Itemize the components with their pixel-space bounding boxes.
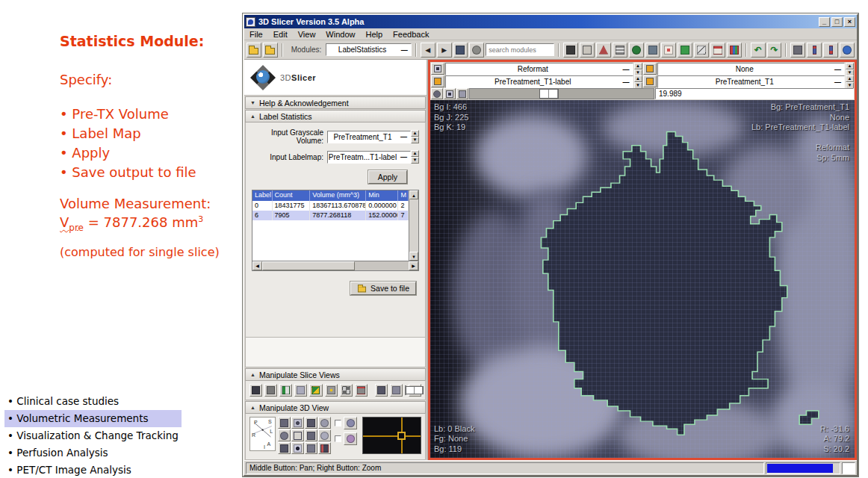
mri-slice-view[interactable]: Bg I: 466Bg J: 225Bg K: 19 Bg: PreTreatm…: [430, 100, 855, 458]
orientation-axes-widget[interactable]: P S L R I A: [249, 417, 276, 451]
apply-button[interactable]: Apply: [368, 170, 407, 184]
redo-button[interactable]: ↷: [767, 43, 782, 58]
nav-item-clinical-case-studies[interactable]: Clinical case studies: [4, 393, 182, 410]
module-history-button[interactable]: [453, 43, 468, 58]
slice-offset-slider[interactable]: [469, 88, 654, 99]
measurements-module-button[interactable]: [710, 43, 725, 58]
labelmap-combobox[interactable]: PreTreatm...T1-label —: [327, 151, 411, 164]
background-spinner[interactable]: ▲▼: [846, 75, 854, 87]
menu-window[interactable]: Window: [320, 29, 360, 40]
pin-up-button[interactable]: [807, 43, 822, 58]
spin-down-icon[interactable]: ▼: [411, 137, 419, 143]
box-view-button[interactable]: [291, 429, 304, 441]
menu-feedback[interactable]: Feedback: [388, 29, 434, 40]
home-module-button[interactable]: [580, 43, 595, 58]
zoom-in-button[interactable]: [318, 417, 331, 429]
transforms-module-button[interactable]: [645, 43, 660, 58]
toggle-fg-bg-button[interactable]: [279, 384, 292, 397]
modules-combobox[interactable]: LabelStatistics —: [326, 43, 412, 56]
layers-front-button[interactable]: [375, 384, 388, 397]
rock-checkbox[interactable]: [335, 435, 341, 442]
colors-module-button[interactable]: [727, 43, 742, 58]
data-module-button[interactable]: [596, 43, 611, 58]
undo-button[interactable]: ↶: [751, 43, 766, 58]
nav-item-volumetric-measurements[interactable]: Volumetric Measurements: [4, 410, 182, 427]
module-settings-button[interactable]: [469, 43, 484, 58]
nav-item-visualization-change-tracking[interactable]: Visualization & Change Tracking: [4, 427, 182, 444]
pin-down-button[interactable]: [823, 43, 838, 58]
center-view-button[interactable]: [291, 417, 304, 429]
orientation-combobox[interactable]: Reformat —: [445, 63, 633, 75]
label-outline-button[interactable]: [309, 384, 322, 397]
slice-link-button[interactable]: [431, 88, 443, 99]
menu-file[interactable]: File: [244, 29, 268, 40]
annotate-module-button[interactable]: [694, 43, 709, 58]
section-manipulate-3d-view[interactable]: ▲ Manipulate 3D View: [245, 401, 426, 414]
background-layer-button[interactable]: [643, 75, 657, 87]
foreground-layer-button[interactable]: [643, 63, 657, 75]
find-modules-button[interactable]: [563, 43, 578, 58]
spin-up-icon[interactable]: ▲: [846, 75, 854, 82]
zoom-out-button[interactable]: [318, 429, 331, 441]
spin-checkbox[interactable]: [335, 420, 341, 426]
scroll-left-icon[interactable]: ◀: [252, 261, 262, 270]
background-combobox[interactable]: PreTreatment_T1 —: [657, 75, 846, 88]
save-to-file-button[interactable]: Save to file: [350, 282, 416, 295]
spin-up-icon[interactable]: ▲: [411, 150, 419, 157]
load-scene-button[interactable]: [247, 43, 261, 58]
labelmap-layer-spinner[interactable]: ▲▼: [634, 75, 642, 87]
spin-down-icon[interactable]: ▼: [411, 157, 419, 164]
table-vertical-scrollbar[interactable]: ▲ ▼: [409, 190, 418, 261]
slice-slider-handle[interactable]: [539, 89, 559, 99]
layers-back-button[interactable]: [390, 384, 403, 397]
labelmap-spinner[interactable]: ▲▼: [411, 150, 419, 164]
fiducials-module-button[interactable]: [661, 43, 676, 58]
navigation-view-3d[interactable]: [362, 417, 421, 454]
save-scene-button[interactable]: [263, 43, 278, 58]
search-modules-input[interactable]: [486, 43, 554, 56]
title-bar[interactable]: 3D Slicer Version 3.5 Alpha _ □ ×: [244, 15, 857, 28]
slice-link-button[interactable]: [340, 384, 353, 397]
scrollbar-thumb[interactable]: [262, 261, 355, 270]
labelmap-layer-button[interactable]: [431, 75, 444, 87]
grayscale-volume-spinner[interactable]: ▲▼: [411, 130, 419, 143]
table-row[interactable]: 6 7905 7877.268118 152.000000 7: [252, 211, 409, 220]
fit-slices-button[interactable]: [264, 384, 277, 397]
look-down-button[interactable]: [278, 442, 291, 454]
scroll-down-icon[interactable]: ▼: [409, 252, 418, 261]
slider-handle[interactable]: [406, 386, 424, 394]
slice-fit-button[interactable]: [456, 88, 468, 99]
spin-up-icon[interactable]: ▲: [634, 75, 642, 82]
volumes-module-button[interactable]: [613, 43, 627, 58]
toggle-annotations-button[interactable]: [249, 384, 262, 397]
table-row[interactable]: 0 18431775 18367113.670878 0.000000 2: [252, 201, 409, 211]
slice-more-options-button[interactable]: [431, 63, 444, 75]
spin-up-icon[interactable]: ▲: [634, 63, 642, 69]
crosshair-button[interactable]: [325, 384, 338, 397]
select-button[interactable]: [305, 442, 317, 454]
models-module-button[interactable]: [629, 43, 644, 58]
maximize-button[interactable]: □: [831, 17, 843, 27]
link-views-button[interactable]: [318, 442, 331, 454]
spin-option-button[interactable]: [344, 417, 357, 429]
scroll-up-icon[interactable]: ▲: [409, 190, 418, 199]
opacity-slider[interactable]: [405, 385, 406, 395]
close-button[interactable]: ×: [844, 17, 855, 27]
editor-module-button[interactable]: [678, 43, 692, 58]
spin-up-icon[interactable]: ▲: [846, 63, 854, 69]
camera-button[interactable]: [305, 417, 317, 429]
rotate-left-button[interactable]: [278, 417, 291, 429]
section-label-statistics[interactable]: ▲ Label Statistics: [245, 110, 426, 122]
slice-visibility-button[interactable]: [444, 88, 456, 99]
module-back-button[interactable]: ◀: [421, 43, 435, 58]
eye-button[interactable]: [291, 442, 304, 454]
grayscale-volume-combobox[interactable]: PreTreatment_T1 —: [327, 131, 411, 143]
scroll-right-icon[interactable]: ▶: [409, 261, 418, 270]
camera2-button[interactable]: [305, 429, 317, 441]
section-manipulate-slice-views[interactable]: ▲ Manipulate Slice Views: [245, 368, 426, 381]
minimize-button[interactable]: _: [819, 17, 830, 27]
navigation-button[interactable]: [355, 384, 368, 397]
screenshot-button[interactable]: [790, 43, 805, 58]
menu-view[interactable]: View: [293, 29, 321, 40]
labelmap-layer-combobox[interactable]: PreTreatment_T1-label —: [445, 75, 633, 88]
